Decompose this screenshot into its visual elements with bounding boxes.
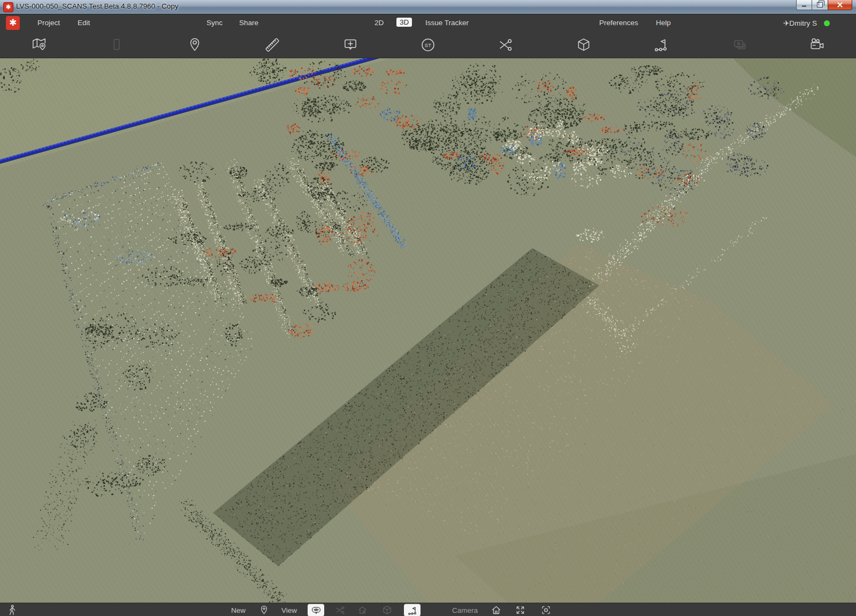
expand-fullscreen-icon[interactable] (515, 605, 526, 616)
window-title: LVS-000-050_SCANS Test Beta 4.8.8.7960 -… (16, 2, 178, 10)
st-badge-text: ST (425, 42, 431, 48)
home-icon[interactable] (491, 605, 502, 616)
menu-project[interactable]: Project (37, 19, 60, 27)
clip-scissors-icon[interactable] (497, 36, 514, 53)
st-tool-icon[interactable]: ST (419, 36, 437, 53)
restore-button[interactable] (812, 0, 828, 10)
menu-preferences[interactable]: Preferences (599, 19, 638, 27)
map-pin-icon[interactable] (30, 36, 48, 53)
app-logo-icon: ✱ (6, 16, 20, 30)
main-toolbar: ST (0, 32, 856, 58)
close-button[interactable] (828, 0, 852, 10)
menu-help[interactable]: Help (656, 19, 671, 27)
user-name-text: Dmitry S (789, 19, 817, 27)
menu-edit[interactable]: Edit (78, 19, 90, 27)
menu-share[interactable]: Share (239, 19, 258, 27)
window-controls (796, 0, 852, 10)
bottom-toolbar: New View (0, 603, 856, 616)
view-label: View (281, 606, 297, 614)
toggle-2d[interactable]: 2D (374, 19, 384, 27)
walk-mode-icon[interactable] (6, 604, 18, 616)
cube-icon-bottom (381, 605, 393, 616)
new-label: New (231, 606, 246, 614)
menu-sync[interactable]: Sync (207, 19, 223, 27)
window-titlebar[interactable]: ✱ LVS-000-050_SCANS Test Beta 4.8.8.7960… (0, 0, 856, 14)
home-clip-icon (357, 605, 368, 616)
viewport-canvas[interactable] (0, 58, 856, 603)
slideshow-icon (731, 36, 748, 53)
user-account[interactable]: ✈Dmitry S (783, 19, 830, 27)
document-icon (108, 36, 125, 53)
video-camera-icon[interactable] (808, 36, 826, 53)
user-name-label: ✈Dmitry S (783, 19, 817, 27)
plane-icon: ✈ (783, 19, 789, 27)
minimize-button[interactable] (796, 0, 812, 10)
restore-icon (817, 2, 823, 7)
cube-icon[interactable] (575, 36, 592, 53)
application-window: ✱ LVS-000-050_SCANS Test Beta 4.8.8.7960… (0, 0, 856, 616)
menu-bar: ✱ Project Edit Sync Share 2D 3D Issue Tr… (0, 14, 856, 32)
tour-waypoints-icon-bottom[interactable] (404, 604, 421, 616)
online-status-dot (824, 20, 830, 26)
location-pin-icon[interactable] (186, 36, 203, 53)
ruler-icon[interactable] (264, 36, 281, 53)
add-comment-icon[interactable] (342, 36, 359, 53)
camera-label: Camera (452, 606, 478, 614)
toggle-3d[interactable]: 3D (396, 18, 412, 27)
view-eye-icon[interactable] (308, 604, 324, 616)
capture-screenshot-icon[interactable] (540, 605, 552, 616)
clip-scissors-icon-bottom (334, 605, 346, 616)
menu-issue-tracker[interactable]: Issue Tracker (425, 19, 469, 27)
app-window-icon: ✱ (3, 2, 13, 12)
tour-waypoints-icon[interactable] (653, 36, 670, 53)
new-pin-icon[interactable] (258, 605, 270, 616)
